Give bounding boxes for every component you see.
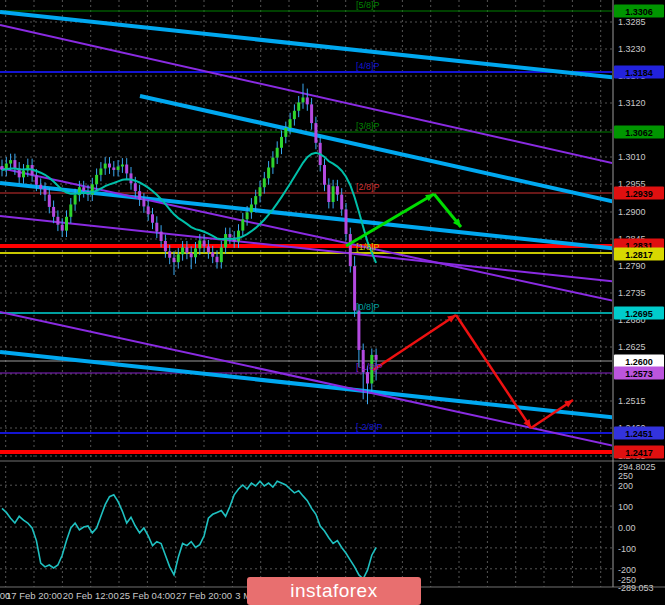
price-badge-label: 1.2600: [625, 357, 653, 367]
candle-body: [267, 167, 270, 178]
candle-body: [95, 175, 98, 184]
murray-level-label: [0/8]P: [356, 302, 380, 312]
candle-body: [297, 102, 300, 110]
candle-body: [340, 195, 343, 210]
murray-level-label: [3/8]P: [356, 121, 380, 131]
candle-body: [323, 165, 326, 185]
candle-body: [173, 258, 176, 262]
candle-body: [357, 311, 360, 350]
price-tick-label: 1.2735: [618, 288, 646, 298]
murray-level-label: [1/8]P: [356, 242, 380, 252]
candle-body: [224, 234, 227, 247]
candle-body: [280, 137, 283, 148]
price-badge-label: 1.2451: [625, 429, 653, 439]
time-axis-label: 17 Feb 20:00: [6, 590, 62, 601]
candle-body: [121, 165, 124, 167]
candle-body: [181, 247, 184, 254]
candle-body: [375, 355, 378, 360]
candle-body: [327, 185, 330, 202]
candle-body: [276, 148, 279, 158]
chart-canvas: [5/8]P[4/8]P[3/8]P[2/8]P[1/8]P[0/8]P[-1/…: [0, 0, 665, 605]
candle-body: [237, 231, 240, 242]
murray-level-label: [-1/8]P: [356, 362, 383, 372]
candle-body: [138, 191, 141, 199]
murray-level-label: [4/8]P: [356, 61, 380, 71]
candle-body: [345, 209, 348, 234]
candle-body: [48, 195, 51, 207]
candle-body: [130, 173, 133, 183]
price-badge-label: 1.3306: [625, 7, 653, 17]
murray-level-label: [2/8]P: [356, 182, 380, 192]
candle-body: [39, 185, 42, 189]
candle-body: [52, 207, 55, 217]
price-badge-label: 1.2817: [625, 250, 653, 260]
instaforex-watermark: instaforex: [247, 577, 421, 605]
time-axis-label: 25 Feb 04:00: [119, 590, 175, 601]
price-tick-label: 1.2790: [618, 261, 646, 271]
candle-body: [314, 123, 317, 143]
chart-background: [0, 0, 665, 605]
candle-body: [104, 164, 107, 169]
candle-body: [190, 253, 193, 257]
candle-body: [302, 97, 305, 102]
candle-body: [366, 372, 369, 383]
candle-body: [177, 254, 180, 262]
candle-body: [310, 104, 313, 123]
trading-chart-screenshot: [5/8]P[4/8]P[3/8]P[2/8]P[1/8]P[0/8]P[-1/…: [0, 0, 665, 605]
candle-body: [241, 219, 244, 230]
price-badge-label: 1.2695: [625, 309, 653, 319]
candle-body: [271, 158, 274, 168]
time-axis-label: 27 Feb 20:00: [176, 590, 232, 601]
price-tick-label: 1.2900: [618, 207, 646, 217]
candle-body: [112, 167, 115, 169]
candle-body: [160, 232, 163, 241]
oscillator-tick-label: 0.00: [618, 523, 636, 533]
candle-body: [155, 223, 158, 232]
candle-body: [216, 257, 219, 262]
candle-body: [151, 214, 154, 222]
oscillator-tick-label: -100: [618, 544, 636, 554]
oscillator-tick-label: 100: [618, 502, 633, 512]
candle-body: [263, 178, 266, 187]
candle-body: [207, 246, 210, 252]
murray-level-label: [-2/8]P: [356, 422, 383, 432]
candle-body: [203, 240, 206, 246]
candle-body: [44, 189, 47, 195]
price-tick-label: 1.3230: [618, 44, 646, 54]
candle-body: [168, 251, 171, 257]
candle-body: [220, 247, 223, 262]
candle-body: [185, 247, 188, 252]
candle-body: [289, 119, 292, 128]
candle-body: [336, 186, 339, 194]
candle-body: [56, 217, 59, 225]
price-tick-label: 1.2515: [618, 396, 646, 406]
candle-body: [108, 164, 111, 168]
candle-body: [69, 204, 72, 216]
candle-body: [349, 234, 352, 266]
candle-body: [147, 206, 150, 214]
price-badge-label: 1.3062: [625, 128, 653, 138]
price-tick-label: 1.3120: [618, 98, 646, 108]
candle-body: [194, 248, 197, 257]
oscillator-tick-label: 200: [618, 481, 633, 491]
candle-body: [254, 196, 257, 204]
candle-body: [74, 195, 77, 204]
candle-body: [142, 200, 145, 207]
price-tick-label: 1.3010: [618, 152, 646, 162]
price-badge-label: 1.2939: [625, 189, 653, 199]
murray-level-label: [5/8]P: [356, 0, 380, 10]
candle-body: [332, 186, 335, 202]
price-tick-label: 1.2625: [618, 342, 646, 352]
candle-body: [293, 111, 296, 119]
price-badge-label: 1.3184: [625, 68, 653, 78]
candle-body: [35, 175, 38, 184]
candle-body: [9, 160, 12, 163]
candle-body: [13, 160, 16, 168]
candle-body: [22, 170, 25, 177]
oscillator-tick-label: -289.053: [618, 583, 654, 593]
candle-body: [61, 225, 64, 231]
candle-body: [284, 128, 287, 137]
candle-body: [164, 241, 167, 251]
oscillator-tick-label: -200: [618, 565, 636, 575]
candle-body: [134, 183, 137, 191]
